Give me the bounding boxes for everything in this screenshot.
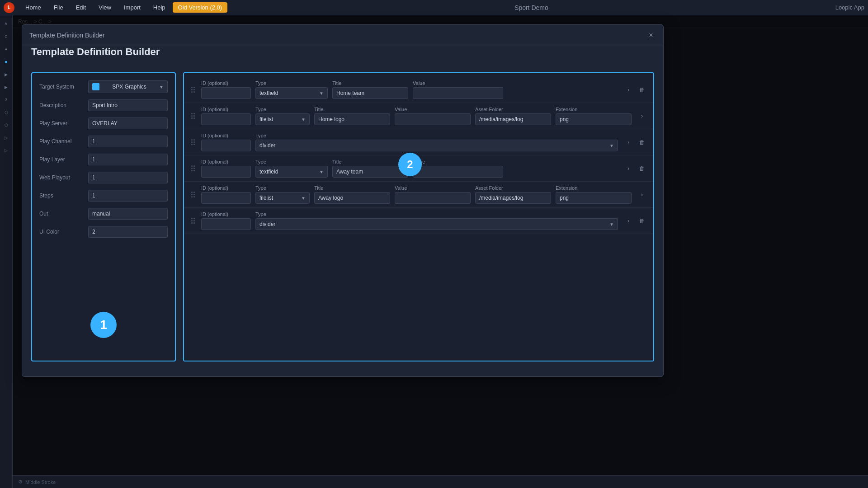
value-input-2[interactable] [395,113,471,125]
ui-color-input[interactable] [88,226,168,238]
drag-handle-3[interactable] [189,137,197,147]
drag-handle-1[interactable] [189,85,197,94]
side-nav-item-4[interactable]: ■ [0,56,12,68]
target-system-label: Target System [39,84,85,90]
out-input[interactable] [88,208,168,220]
drag-handle-5[interactable] [189,190,197,199]
ui-color-label: UI Color [39,229,85,235]
id-label-4: ID (optional) [201,159,251,164]
id-input-6[interactable] [201,218,251,230]
menu-view[interactable]: View [93,2,117,13]
dialog-close-button[interactable]: × [646,30,656,40]
type-select-4[interactable]: textfield ▼ [255,166,328,178]
side-nav-item-10[interactable]: ▷ [0,132,12,144]
title-col-2: Title [314,107,390,125]
web-playout-input[interactable] [88,172,168,183]
side-nav-item-11[interactable]: ▷ [0,145,12,156]
drag-handle-4[interactable] [189,164,197,173]
steps-input[interactable] [88,190,168,202]
expand-button-4[interactable]: › [623,163,634,174]
side-nav-item-8[interactable]: ⬡ [0,107,12,118]
value-input-5[interactable] [395,192,471,204]
delete-button-5[interactable]: 🗑 [650,189,654,201]
menu-import[interactable]: Import [118,2,146,13]
workspace: Res... > C... > Template Definition Buil… [13,15,868,488]
asset-folder-input-5[interactable] [475,192,551,204]
title-input-1[interactable] [332,87,408,99]
play-server-input[interactable] [88,117,168,129]
menu-home[interactable]: Home [20,2,47,13]
type-col-2: Type filelist ▼ [255,107,310,125]
row-actions-5: › 🗑 [636,189,654,201]
asset-folder-label-5: Asset Folder [475,185,551,191]
side-nav-item-9[interactable]: ⬡ [0,119,12,131]
side-nav-item-2[interactable]: C [0,31,12,42]
id-input-5[interactable] [201,192,251,204]
target-system-select[interactable]: SPX Graphics ▼ [88,80,168,93]
right-panel: ID (optional) Type textfield ▼ [183,72,654,361]
type-select-1[interactable]: textfield ▼ [255,87,328,99]
expand-button-6[interactable]: › [623,215,634,227]
dialog-body: Target System SPX Graphics ▼ Description [22,63,663,371]
type-select-3[interactable]: divider ▼ [255,140,618,151]
menu-old-version[interactable]: Old Version (2.0) [173,2,228,13]
description-input[interactable] [88,99,168,111]
id-input-4[interactable] [201,166,251,178]
delete-button-2[interactable]: 🗑 [650,110,654,122]
value-input-4[interactable] [413,166,503,178]
type-value-1: textfield [259,90,278,96]
expand-button-2[interactable]: › [636,110,648,122]
type-value-4: textfield [259,169,278,175]
main-area: R C ● ■ ▶ ▶ 3 ⬡ ⬡ ▷ ▷ Res... > C... > Te… [0,15,868,488]
out-row: Out [39,208,168,220]
title-col-5: Title [314,185,390,204]
delete-button-4[interactable]: 🗑 [636,163,648,174]
app-right-title: Loopic App [835,4,864,11]
extension-input-2[interactable] [556,113,632,125]
play-channel-row: Play Channel [39,136,168,147]
type-chevron-5-icon: ▼ [301,196,306,201]
side-nav-item-7[interactable]: 3 [0,94,12,106]
side-nav-item-6[interactable]: ▶ [0,81,12,93]
side-nav-item-1[interactable]: R [0,18,12,30]
menu-file[interactable]: File [48,2,69,13]
menu-help[interactable]: Help [148,2,171,13]
id-input-2[interactable] [201,113,251,125]
drag-handle-2[interactable] [189,111,197,121]
side-nav-item-3[interactable]: ● [0,43,12,55]
table-row: ID (optional) Type filelist ▼ [184,103,653,129]
type-select-6[interactable]: divider ▼ [255,218,618,230]
type-select-2[interactable]: filelist ▼ [255,113,310,125]
expand-button-1[interactable]: › [623,84,634,96]
drag-handle-6[interactable] [189,216,197,225]
title-input-5[interactable] [314,192,390,204]
title-input-4[interactable] [332,166,408,178]
title-col-4: Title 2 [332,159,408,178]
asset-folder-input-2[interactable] [475,113,551,125]
value-label-2: Value [395,107,471,112]
delete-button-6[interactable]: 🗑 [636,215,648,227]
play-layer-input[interactable] [88,154,168,165]
trash-icon: 🗑 [639,139,645,145]
title-label-1: Title [332,80,408,86]
asset-folder-label-2: Asset Folder [475,107,551,112]
type-select-5[interactable]: filelist ▼ [255,192,310,204]
menu-edit[interactable]: Edit [71,2,91,13]
value-input-1[interactable] [413,87,503,99]
id-input-1[interactable] [201,87,251,99]
title-input-2[interactable] [314,113,390,125]
extension-input-5[interactable] [556,192,632,204]
expand-button-3[interactable]: › [623,136,634,148]
row-actions-2: › 🗑 [636,110,654,122]
arrow-right-icon: › [627,87,629,93]
delete-button-1[interactable]: 🗑 [636,84,648,96]
trash-icon: 🗑 [639,87,645,93]
expand-button-5[interactable]: › [636,189,648,201]
id-input-3[interactable] [201,140,251,151]
play-channel-input[interactable] [88,136,168,147]
badge-1: 1 [90,312,117,338]
row-actions-3: › 🗑 [623,136,648,148]
table-row: ID (optional) Type divider ▼ [184,208,653,234]
delete-button-3[interactable]: 🗑 [636,136,648,148]
side-nav-item-5[interactable]: ▶ [0,69,12,80]
